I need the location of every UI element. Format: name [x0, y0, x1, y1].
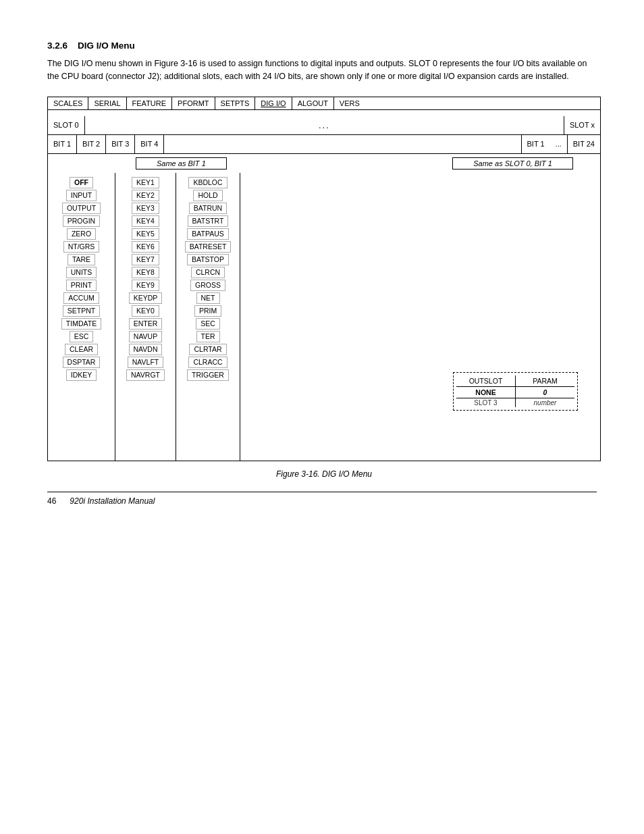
menu-item-feature[interactable]: FEATURE [127, 97, 173, 109]
col-right: OUTSLOT PARAM NONE 0 SLOT 3 number [240, 173, 600, 461]
opt-timdate[interactable]: TIMDATE [61, 318, 101, 330]
bit3-label: BIT 3 [106, 135, 135, 153]
opt-units[interactable]: UNITS [66, 267, 97, 278]
content-area: OFF INPUT OUTPUT PROGIN ZERO NT/GRS TARE… [48, 173, 600, 461]
col-key: KEY1 KEY2 KEY3 KEY4 KEY5 KEY6 KEY7 KEY8 … [115, 173, 176, 461]
bit1-label: BIT 1 [48, 135, 77, 153]
opt-batrun[interactable]: BATRUN [189, 203, 227, 214]
opt-navrgt[interactable]: NAVRGT [126, 369, 165, 381]
opt-input[interactable]: INPUT [66, 190, 97, 201]
opt-progin[interactable]: PROGIN [63, 215, 100, 227]
slot-row: SLOT 0 ... SLOT x [48, 116, 600, 135]
opt-zero[interactable]: ZERO [67, 228, 96, 240]
outslot-value[interactable]: NONE [456, 387, 516, 398]
trigger-submenu-value-row: NONE 0 [456, 387, 574, 398]
same-as-left: Same as BIT 1 [136, 157, 227, 170]
bit-right-dots: ... [550, 135, 567, 153]
slot-left-label: SLOT 0 [48, 116, 85, 134]
opt-ter[interactable]: TER [196, 331, 220, 342]
opt-tare[interactable]: TARE [68, 254, 95, 265]
col-off: OFF INPUT OUTPUT PROGIN ZERO NT/GRS TARE… [48, 173, 115, 461]
opt-batstop[interactable]: BATSTOP [187, 254, 229, 265]
opt-key5[interactable]: KEY5 [132, 228, 159, 240]
opt-trigger[interactable]: TRIGGER [187, 369, 229, 381]
opt-navlft[interactable]: NAVLFT [128, 357, 163, 368]
same-as-right: Same as SLOT 0, BIT 1 [452, 157, 573, 170]
opt-key9[interactable]: KEY9 [132, 280, 159, 291]
opt-key8[interactable]: KEY8 [132, 267, 159, 278]
bit-right-24: BIT 24 [567, 135, 600, 153]
menu-item-scales[interactable]: SCALES [48, 97, 88, 109]
opt-key4[interactable]: KEY4 [132, 215, 159, 227]
bit-right-1: BIT 1 [521, 135, 550, 153]
bit-row: BIT 1 BIT 2 BIT 3 BIT 4 BIT 1 ... BIT 24 [48, 135, 600, 154]
slot-right-label: SLOT x [564, 116, 600, 134]
footer: 46 920i Installation Manual [47, 492, 597, 506]
page: 3.2.6 DIG I/O Menu The DIG I/O menu show… [0, 0, 644, 519]
opt-gross[interactable]: GROSS [190, 280, 225, 291]
opt-batstrt[interactable]: BATSTRT [188, 215, 229, 227]
section-number: 3.2.6 [47, 41, 68, 51]
outslot-header: OUTSLOT [456, 375, 516, 386]
opt-net[interactable]: NET [196, 292, 220, 304]
opt-clear[interactable]: CLEAR [65, 344, 98, 355]
menu-item-serial[interactable]: SERIAL [88, 97, 126, 109]
opt-key1[interactable]: KEY1 [132, 177, 159, 188]
opt-key6[interactable]: KEY6 [132, 241, 159, 253]
menu-bar: SCALES SERIAL FEATURE PFORMT SETPTS DIG … [48, 97, 600, 110]
opt-key3[interactable]: KEY3 [132, 203, 159, 214]
trigger-submenu-header-row: OUTSLOT PARAM [456, 375, 574, 387]
opt-clrcn[interactable]: CLRCN [191, 267, 225, 278]
menu-item-setpts[interactable]: SETPTS [215, 97, 256, 109]
opt-print[interactable]: PRINT [66, 280, 97, 291]
opt-hold[interactable]: HOLD [193, 190, 222, 201]
opt-dsptar[interactable]: DSPTAR [63, 357, 101, 368]
opt-output[interactable]: OUTPUT [62, 203, 101, 214]
footer-title: 920i Installation Manual [70, 496, 155, 506]
body-text: The DIG I/O menu shown in Figure 3-16 is… [47, 57, 597, 83]
col-kbd: KBDLOC HOLD BATRUN BATSTRT BATPAUS BATRE… [176, 173, 240, 461]
bit2-label: BIT 2 [77, 135, 106, 153]
opt-idkey[interactable]: IDKEY [66, 369, 97, 381]
param-sub: number [516, 398, 574, 407]
param-header: PARAM [516, 375, 574, 386]
opt-clrtar[interactable]: CLRTAR [189, 344, 226, 355]
trigger-submenu-sub-row: SLOT 3 number [456, 398, 574, 407]
opt-batpaus[interactable]: BATPAUS [187, 228, 228, 240]
opt-sec[interactable]: SEC [196, 318, 220, 330]
opt-esc[interactable]: ESC [70, 331, 94, 342]
slot-dots: ... [85, 120, 564, 130]
opt-key2[interactable]: KEY2 [132, 190, 159, 201]
section-heading: DIG I/O Menu [78, 41, 135, 51]
menu-item-algout[interactable]: ALGOUT [292, 97, 334, 109]
diagram: SCALES SERIAL FEATURE PFORMT SETPTS DIG … [47, 97, 601, 461]
figure-caption: Figure 3-16. DIG I/O Menu [47, 469, 601, 479]
opt-ntgrs[interactable]: NT/GRS [63, 241, 100, 253]
bit4-label: BIT 4 [135, 135, 164, 153]
opt-enter[interactable]: ENTER [129, 318, 163, 330]
same-as-row: Same as BIT 1 Same as SLOT 0, BIT 1 [48, 154, 600, 173]
menu-item-vers[interactable]: VERS [334, 97, 365, 109]
opt-key7[interactable]: KEY7 [132, 254, 159, 265]
opt-clracc[interactable]: CLRACC [188, 357, 227, 368]
opt-off[interactable]: OFF [70, 177, 93, 188]
param-value[interactable]: 0 [516, 387, 574, 398]
footer-page: 46 [47, 496, 56, 506]
opt-prim[interactable]: PRIM [194, 305, 221, 317]
section-title: 3.2.6 DIG I/O Menu [47, 41, 597, 51]
opt-batreset[interactable]: BATRESET [185, 241, 232, 253]
opt-setpnt[interactable]: SETPNT [63, 305, 100, 317]
menu-item-digio[interactable]: DIG I/O [255, 97, 292, 109]
opt-navdn[interactable]: NAVDN [129, 344, 163, 355]
opt-navup[interactable]: NAVUP [129, 331, 162, 342]
opt-kbdloc[interactable]: KBDLOC [188, 177, 227, 188]
opt-key0[interactable]: KEY0 [132, 305, 159, 317]
trigger-submenu: OUTSLOT PARAM NONE 0 SLOT 3 number [453, 372, 578, 411]
opt-accum[interactable]: ACCUM [63, 292, 99, 304]
diagram-wrapper: SCALES SERIAL FEATURE PFORMT SETPTS DIG … [47, 97, 601, 479]
outslot-sub: SLOT 3 [456, 398, 516, 407]
menu-item-pformt[interactable]: PFORMT [172, 97, 215, 109]
opt-keydp[interactable]: KEYDP [129, 292, 163, 304]
